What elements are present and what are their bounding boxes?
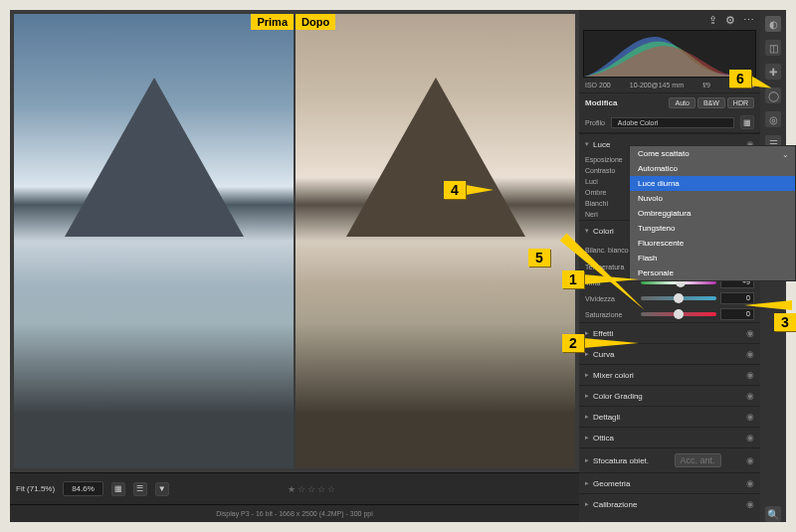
wb-option[interactable]: Personale — [630, 266, 795, 280]
heal-tool-icon[interactable]: ✚ — [765, 64, 781, 80]
grid-icon[interactable]: ▦ — [111, 482, 125, 496]
eye-icon[interactable]: ◉ — [746, 433, 754, 443]
edit-title: Modifica — [585, 98, 617, 107]
pointer-2 — [583, 338, 639, 348]
eye-icon[interactable]: ◉ — [746, 328, 754, 338]
zoom-tool-icon[interactable]: 🔍 — [765, 506, 781, 522]
wb-option[interactable]: Flash — [630, 251, 795, 266]
panel-grading-header[interactable]: Color Grading◉ — [579, 386, 760, 406]
panel-geom-header[interactable]: Geometria◉ — [579, 473, 760, 493]
callout-2: 2 — [562, 334, 584, 352]
panel-calib: Calibrazione◉ — [579, 493, 760, 514]
edit-tool-icon[interactable]: ◐ — [765, 16, 781, 32]
star-icon[interactable]: ☆ — [317, 484, 325, 494]
eye-icon[interactable]: ◉ — [746, 478, 754, 488]
panel-lens: Sfocatura obiet.Acc. ant.◉ — [579, 447, 760, 472]
eye-icon[interactable]: ◉ — [746, 349, 754, 359]
wb-option[interactable]: Tungsteno — [630, 221, 795, 236]
redeye-tool-icon[interactable]: ◎ — [765, 111, 781, 127]
exif-aperture: f/9 — [702, 82, 710, 89]
share-icon[interactable]: ⇪ — [708, 14, 717, 26]
wb-option[interactable]: Ombreggiatura — [630, 206, 795, 221]
eye-icon[interactable]: ◉ — [746, 370, 754, 380]
color-title: Colori — [593, 227, 614, 236]
panel-detail: Dettagli◉ — [579, 406, 760, 427]
hdr-button[interactable]: HDR — [727, 97, 754, 108]
photo-after[interactable]: Dopo — [296, 14, 575, 468]
wb-option[interactable]: Come scattato — [630, 146, 795, 161]
panel-grading: Color Grading◉ — [579, 385, 760, 406]
panel-optics-header[interactable]: Ottica◉ — [579, 428, 760, 447]
wb-dropdown-menu[interactable]: ⌄ Come scattatoAutomaticoLuce diurnaNuvo… — [629, 145, 796, 281]
saturation-label: Saturazione — [585, 311, 637, 318]
exif-lens: 10-200@145 mm — [630, 82, 684, 89]
callout-5: 5 — [528, 249, 550, 266]
pointer-4 — [466, 185, 494, 195]
crop-tool-icon[interactable]: ◫ — [765, 40, 781, 56]
bw-button[interactable]: B&W — [697, 97, 725, 108]
callout-6: 6 — [729, 70, 751, 88]
early-access-badge: Acc. ant. — [675, 453, 721, 467]
callout-1: 1 — [562, 270, 584, 288]
light-title: Luce — [593, 140, 610, 149]
auto-button[interactable]: Auto — [669, 97, 695, 108]
gear-icon[interactable]: ⚙ — [725, 14, 735, 26]
mountain-shape — [65, 78, 244, 237]
panel-mixer-header[interactable]: Mixer colori◉ — [579, 365, 760, 385]
compare-icon[interactable]: ☰ — [133, 482, 147, 496]
zoom-dropdown[interactable]: 84.6% — [63, 481, 103, 496]
panel-detail-header[interactable]: Dettagli◉ — [579, 407, 760, 427]
profile-grid-icon[interactable]: ▦ — [740, 115, 754, 129]
panel-geom: Geometria◉ — [579, 472, 760, 493]
wb-option[interactable]: Nuvolo — [630, 191, 795, 206]
more-icon[interactable]: ⋯ — [743, 14, 754, 26]
wb-option[interactable]: Automatico — [630, 161, 795, 176]
star-icon[interactable]: ★ — [288, 484, 296, 494]
eye-icon[interactable]: ◉ — [746, 412, 754, 422]
photo-before[interactable]: Prima — [14, 14, 294, 468]
panel-calib-header[interactable]: Calibrazione◉ — [579, 494, 760, 514]
fit-label: Fit (71.5%) — [16, 484, 55, 493]
bottom-bar: Fit (71.5%) 84.6% ▦ ☰ ▼ ★ ☆ ☆ ☆ ☆ — [10, 472, 579, 504]
star-icon[interactable]: ☆ — [307, 484, 315, 494]
callout-3: 3 — [774, 313, 796, 331]
star-icon[interactable]: ☆ — [327, 484, 335, 494]
vibrance-slider[interactable] — [641, 296, 716, 300]
panel-lens-header[interactable]: Sfocatura obiet.Acc. ant.◉ — [579, 448, 760, 472]
main-area: Prima Dopo Fit (71.5%) 84.6% ▦ ☰ ▼ ★ ☆ ☆… — [10, 10, 579, 522]
eye-icon[interactable]: ◉ — [746, 499, 754, 509]
before-label: Prima — [251, 14, 294, 30]
eye-icon[interactable]: ◉ — [746, 391, 754, 401]
mountain-shape — [346, 78, 525, 237]
pointer-3 — [744, 300, 792, 310]
panel-optics: Ottica◉ — [579, 427, 760, 447]
exif-iso: ISO 200 — [585, 82, 611, 89]
wb-option[interactable]: Fluorescente — [630, 236, 795, 251]
panel-mixer: Mixer colori◉ — [579, 364, 760, 385]
app-window: Prima Dopo Fit (71.5%) 84.6% ▦ ☰ ▼ ★ ☆ ☆… — [10, 10, 786, 522]
saturation-slider[interactable] — [641, 312, 716, 316]
star-icon[interactable]: ☆ — [298, 484, 305, 494]
rating-stars[interactable]: ★ ☆ ☆ ☆ ☆ — [288, 484, 335, 494]
profile-label: Profilo — [585, 119, 605, 126]
footer-info: Display P3 - 16 bit - 1668 x 2500 (4.2MP… — [10, 504, 579, 522]
filter-icon[interactable]: ▼ — [155, 482, 169, 496]
profile-value[interactable]: Adobe Colori — [611, 117, 734, 128]
wb-option[interactable]: Luce diurna — [630, 176, 795, 191]
after-label: Dopo — [296, 14, 335, 30]
compare-view: Prima Dopo — [10, 10, 579, 472]
eye-icon[interactable]: ◉ — [746, 455, 754, 465]
chevron-down-icon: ⌄ — [782, 150, 789, 159]
callout-4: 4 — [444, 181, 466, 199]
